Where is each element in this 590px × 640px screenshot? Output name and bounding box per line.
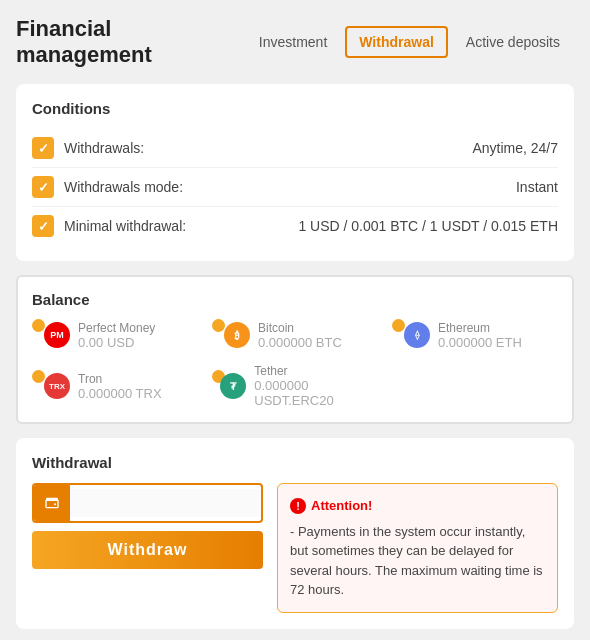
checkbox-mode [32,176,54,198]
attention-title-text: Attention! [311,496,372,516]
balance-item-pm: PM Perfect Money 0.00 USD [32,320,198,350]
balance-item-usdt: ₮ Tether 0.000000 USDT.ERC20 [212,364,378,408]
condition-value-withdrawals: Anytime, 24/7 [472,140,558,156]
attention-icon: ! [290,498,306,514]
withdrawal-title: Withdrawal [32,454,558,471]
checkbox-minimal [32,215,54,237]
pm-icon-outer: PM [32,320,70,350]
balance-item-btc: ₿ Bitcoin 0.000000 BTC [212,320,378,350]
tab-active-deposits[interactable]: Active deposits [452,26,574,58]
condition-row-minimal: Minimal withdrawal: 1 USD / 0.001 BTC / … [32,207,558,245]
usdt-amount: 0.000000 USDT.ERC20 [254,378,378,408]
eth-icon: ⟠ [404,322,430,348]
checkbox-withdrawals [32,137,54,159]
eth-amount: 0.000000 ETH [438,335,522,350]
balance-title: Balance [32,291,558,308]
trx-name: Tron [78,372,162,386]
condition-row-mode: Withdrawals mode: Instant [32,168,558,207]
btc-dot [212,319,225,332]
withdrawal-row: Withdraw ! Attention! - Payments in the … [32,483,558,613]
attention-title: ! Attention! [290,496,545,516]
eth-icon-outer: ⟠ [392,320,430,350]
pm-amount: 0.00 USD [78,335,155,350]
balance-item-eth: ⟠ Ethereum 0.000000 ETH [392,320,558,350]
eth-dot [392,319,405,332]
condition-label-minimal: Minimal withdrawal: [64,218,298,234]
attention-box: ! Attention! - Payments in the system oc… [277,483,558,613]
withdrawal-left: Withdraw [32,483,263,569]
trx-icon: TRX [44,373,70,399]
pm-icon: PM [44,322,70,348]
header: Financial management Investment Withdraw… [16,16,574,68]
attention-text: - Payments in the system occur instantly… [290,524,543,598]
pm-name: Perfect Money [78,321,155,335]
pm-dot [32,319,45,332]
condition-row-withdrawals: Withdrawals: Anytime, 24/7 [32,129,558,168]
withdrawal-amount-input[interactable] [70,489,261,517]
pm-info: Perfect Money 0.00 USD [78,321,155,350]
eth-name: Ethereum [438,321,522,335]
conditions-title: Conditions [32,100,558,117]
balance-item-trx: TRX Tron 0.000000 TRX [32,364,198,408]
condition-label-withdrawals: Withdrawals: [64,140,472,156]
balance-card: Balance PM Perfect Money 0.00 USD ₿ [16,275,574,424]
eth-info: Ethereum 0.000000 ETH [438,321,522,350]
btc-icon: ₿ [224,322,250,348]
tab-withdrawal[interactable]: Withdrawal [345,26,448,58]
wallet-icon-button[interactable] [34,485,70,521]
btc-amount: 0.000000 BTC [258,335,342,350]
trx-info: Tron 0.000000 TRX [78,372,162,401]
usdt-info: Tether 0.000000 USDT.ERC20 [254,364,378,408]
wallet-icon [44,495,60,511]
btc-info: Bitcoin 0.000000 BTC [258,321,342,350]
balance-grid: PM Perfect Money 0.00 USD ₿ Bitcoin 0.00… [32,320,558,408]
condition-value-mode: Instant [516,179,558,195]
usdt-icon-outer: ₮ [212,371,246,401]
withdrawal-input-row [32,483,263,523]
btc-icon-outer: ₿ [212,320,250,350]
trx-icon-outer: TRX [32,371,70,401]
trx-dot [32,370,45,383]
withdraw-button[interactable]: Withdraw [32,531,263,569]
tab-bar: Investment Withdrawal Active deposits [245,26,574,58]
condition-label-mode: Withdrawals mode: [64,179,516,195]
conditions-card: Conditions Withdrawals: Anytime, 24/7 Wi… [16,84,574,261]
btc-name: Bitcoin [258,321,342,335]
withdrawal-card: Withdrawal Withdraw ! Attenti [16,438,574,629]
tab-investment[interactable]: Investment [245,26,341,58]
page-title: Financial management [16,16,245,68]
usdt-icon: ₮ [220,373,246,399]
condition-value-minimal: 1 USD / 0.001 BTC / 1 USDT / 0.015 ETH [298,218,558,234]
trx-amount: 0.000000 TRX [78,386,162,401]
usdt-name: Tether [254,364,378,378]
